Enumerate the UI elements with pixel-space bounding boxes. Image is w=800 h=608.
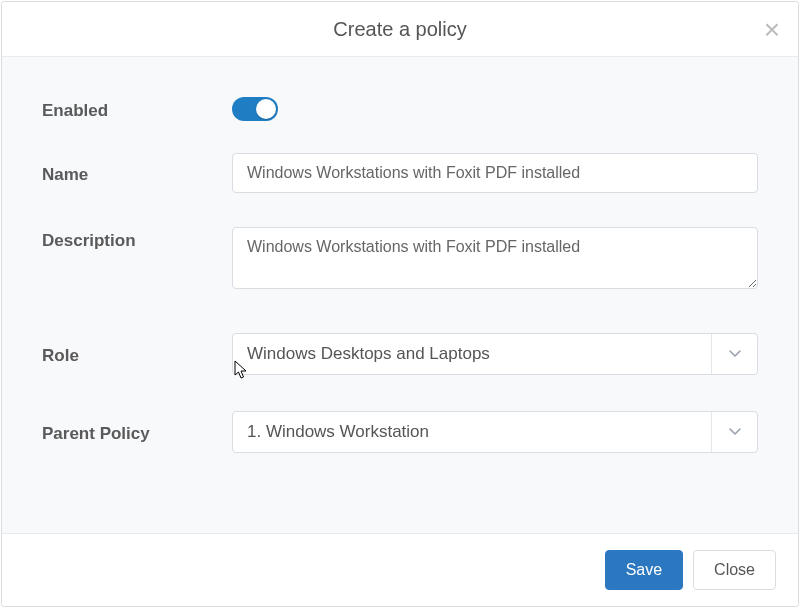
role-label: Role bbox=[42, 342, 232, 366]
description-input[interactable] bbox=[232, 227, 758, 289]
role-select[interactable]: Windows Desktops and Laptops bbox=[232, 333, 758, 375]
name-field bbox=[232, 153, 758, 193]
create-policy-modal: Create a policy × Enabled Name Descripti… bbox=[1, 1, 799, 607]
modal-title: Create a policy bbox=[333, 18, 466, 41]
name-input[interactable] bbox=[232, 153, 758, 193]
save-button[interactable]: Save bbox=[605, 550, 683, 590]
name-label: Name bbox=[42, 161, 232, 185]
role-field: Windows Desktops and Laptops bbox=[232, 333, 758, 375]
toggle-knob bbox=[256, 99, 276, 119]
chevron-down-icon bbox=[729, 428, 741, 436]
role-select-arrow bbox=[711, 334, 757, 374]
name-row: Name bbox=[42, 153, 758, 193]
parent-policy-value: 1. Windows Workstation bbox=[233, 422, 711, 442]
chevron-down-icon bbox=[729, 350, 741, 358]
parent-policy-row: Parent Policy 1. Windows Workstation bbox=[42, 411, 758, 453]
enabled-row: Enabled bbox=[42, 97, 758, 121]
enabled-label: Enabled bbox=[42, 97, 232, 121]
parent-policy-select-arrow bbox=[711, 412, 757, 452]
close-icon[interactable]: × bbox=[760, 12, 784, 48]
parent-policy-label: Parent Policy bbox=[42, 420, 232, 444]
close-button[interactable]: Close bbox=[693, 550, 776, 590]
enabled-field bbox=[232, 97, 758, 121]
modal-footer: Save Close bbox=[2, 534, 798, 606]
enabled-toggle[interactable] bbox=[232, 97, 278, 121]
description-row: Description bbox=[42, 227, 758, 293]
description-field bbox=[232, 227, 758, 293]
role-value: Windows Desktops and Laptops bbox=[233, 344, 711, 364]
modal-header: Create a policy × bbox=[2, 2, 798, 57]
role-row: Role Windows Desktops and Laptops bbox=[42, 333, 758, 375]
modal-body: Enabled Name Description Role Wind bbox=[2, 57, 798, 534]
description-label: Description bbox=[42, 227, 232, 251]
parent-policy-select[interactable]: 1. Windows Workstation bbox=[232, 411, 758, 453]
parent-policy-field: 1. Windows Workstation bbox=[232, 411, 758, 453]
